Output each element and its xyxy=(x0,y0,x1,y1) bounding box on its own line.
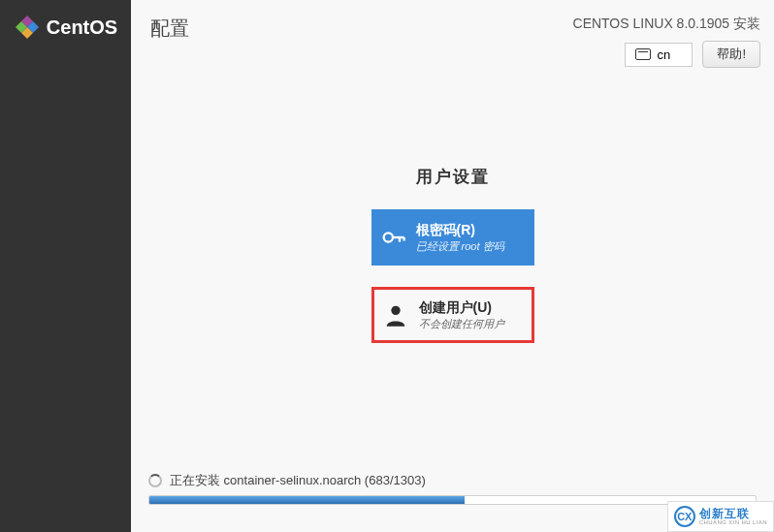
root-password-option[interactable]: 根密码(R) 已经设置 root 密码 xyxy=(371,209,534,266)
sidebar: CentOS xyxy=(0,0,131,532)
watermark-logo-icon: CX xyxy=(674,506,695,527)
svg-point-8 xyxy=(391,306,400,315)
watermark-zh: 创新互联 xyxy=(699,508,767,519)
create-user-subtitle: 不会创建任何用户 xyxy=(419,317,504,331)
user-settings-heading: 用户设置 xyxy=(416,166,490,188)
keyboard-icon xyxy=(635,48,651,60)
svg-point-4 xyxy=(383,233,392,241)
brand-logo: CentOS xyxy=(14,14,117,41)
root-password-title: 根密码(R) xyxy=(416,222,504,239)
create-user-option[interactable]: 创建用户(U) 不会创建任何用户 xyxy=(371,287,534,343)
root-password-subtitle: 已经设置 root 密码 xyxy=(416,239,504,254)
install-status-text: 正在安装 container-selinux.noarch (683/1303) xyxy=(170,472,426,489)
watermark-text: 创新互联 CHUANG XIN HU LIAN xyxy=(699,508,767,525)
installer-subtitle: CENTOS LINUX 8.0.1905 安装 xyxy=(573,16,760,33)
watermark-en: CHUANG XIN HU LIAN xyxy=(699,519,767,525)
key-icon xyxy=(379,224,406,251)
brand-name: CentOS xyxy=(47,16,117,39)
spinner-icon xyxy=(148,474,162,487)
user-icon xyxy=(382,301,409,329)
main-panel: 配置 CENTOS LINUX 8.0.1905 安装 cn 帮助! 用户设置 … xyxy=(131,0,774,532)
create-user-texts: 创建用户(U) 不会创建任何用户 xyxy=(419,299,504,331)
watermark-badge: CX 创新互联 CHUANG XIN HU LIAN xyxy=(667,501,774,532)
install-status-row: 正在安装 container-selinux.noarch (683/1303) xyxy=(148,472,757,489)
progress-bar-fill xyxy=(149,496,465,504)
centos-logo-icon xyxy=(14,14,41,41)
progress-bar xyxy=(148,495,757,505)
create-user-title: 创建用户(U) xyxy=(419,299,504,317)
root-password-texts: 根密码(R) 已经设置 root 密码 xyxy=(416,222,504,254)
center-content: 用户设置 根密码(R) 已经设置 root 密码 创建用户(U) 不会创建任何用… xyxy=(131,37,774,472)
